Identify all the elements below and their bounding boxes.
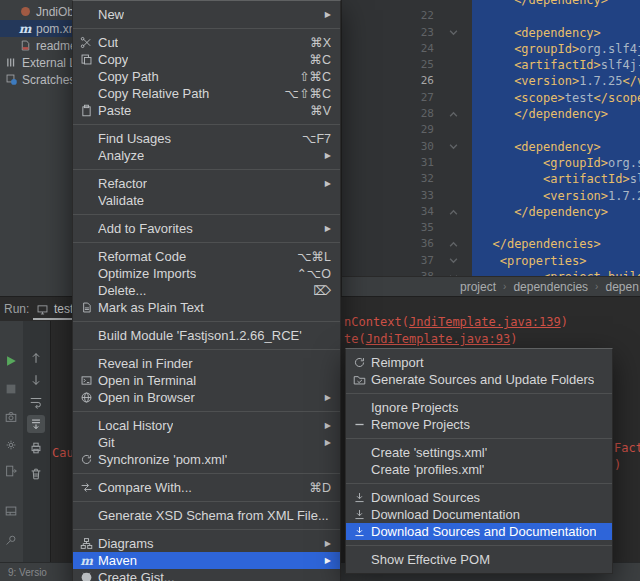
sync-icon [351,355,368,370]
menu-item-create-settings-xml[interactable]: Create 'settings.xml' [346,444,612,461]
exit-icon[interactable] [2,462,20,480]
menu-item-label: Reimport [371,355,424,370]
menu-item-refactor[interactable]: Refactor▶ [73,175,340,192]
sync-icon [78,452,95,467]
stack-trace-text: te( [344,332,366,346]
menu-item-build-module-fastjson1-2-66-rce[interactable]: Build Module 'Fastjson1.2.66_RCE' [73,327,340,344]
menu-item-new[interactable]: New▶ [73,6,340,23]
menu-item-reimport[interactable]: Reimport [346,354,612,371]
fold-gutter[interactable] [434,122,472,138]
fold-gutter[interactable] [434,0,472,8]
down-arrow-icon[interactable] [27,371,45,389]
fold-gutter[interactable] [434,8,472,24]
stack-trace-link[interactable]: JndiTemplate.java:139 [409,315,561,329]
run-tab-test[interactable]: test [54,302,73,316]
menu-item-label: Create 'settings.xml' [371,445,487,460]
empty-icon [351,400,368,415]
menu-item-optimize-imports[interactable]: Optimize Imports⌃⌥O [73,265,340,282]
soft-wrap-icon[interactable] [27,393,45,411]
code-line: 24 <groupId>org.slf4j</g [342,41,640,57]
paste-icon [78,103,95,118]
menu-item-cut[interactable]: Cut⌘X [73,34,340,51]
menu-item-maven[interactable]: mMaven▶ [73,552,340,569]
menu-item-find-usages[interactable]: Find Usages⌥F7 [73,130,340,147]
menu-item-mark-as-plain-text[interactable]: Mark as Plain Text [73,299,340,316]
menu-item-copy[interactable]: Copy⌘C [73,51,340,68]
menu-item-analyze[interactable]: Analyze▶ [73,147,340,164]
menu-item-compare-with[interactable]: Compare With...⌘D [73,479,340,496]
fold-gutter[interactable] [434,220,472,236]
gear-icon[interactable] [2,436,20,454]
pin-icon[interactable] [2,532,20,550]
fold-gutter[interactable] [434,155,472,171]
menu-item-reveal-in-finder[interactable]: Reveal in Finder [73,355,340,372]
fold-up-icon[interactable] [434,204,472,220]
fold-up-icon[interactable] [434,106,472,122]
menu-item-open-in-terminal[interactable]: Open in Terminal [73,372,340,389]
console-factory-fragment: Facto [614,441,640,455]
menu-item-synchronize-pom-xml[interactable]: Synchronize 'pom.xml' [73,451,340,468]
console-paren-fragment: ) [614,458,621,472]
menu-item-generate-sources-and-update-folders[interactable]: Generate Sources and Update Folders [346,371,612,388]
fold-down-icon[interactable] [434,139,472,155]
stop-icon[interactable] [2,380,20,398]
fold-gutter[interactable] [434,188,472,204]
breadcrumb-item-dependencies[interactable]: dependencies [513,280,588,294]
status-bar-text[interactable]: 9: Versio [8,567,47,578]
submenu-arrow-icon: ▶ [313,224,331,233]
breadcrumb-item-project[interactable]: project [460,280,496,294]
menu-item-label: Open in Terminal [98,373,196,388]
play-icon[interactable] [2,352,20,370]
fold-gutter[interactable] [434,41,472,57]
menu-separator [73,411,340,412]
menu-item-validate[interactable]: Validate [73,192,340,209]
code-line: 23 <dependency> [342,25,640,41]
breadcrumb-item-depen[interactable]: depen [605,280,638,294]
code-text: </dependency> [472,106,608,122]
menu-item-download-sources-and-documentation[interactable]: Download Sources and Documentation [346,523,612,540]
menu-item-shortcut: ⌃⌥O [284,266,331,281]
tree-item-label: External L [22,56,76,70]
breadcrumb-separator: › [503,281,506,292]
code-text: </dependency> [472,0,608,8]
menu-item-show-effective-pom[interactable]: Show Effective POM [346,551,612,568]
menu-item-label: Generate XSD Schema from XML File... [98,508,329,523]
fold-gutter[interactable] [434,90,472,106]
menu-item-paste[interactable]: Paste⌘V [73,102,340,119]
print-icon[interactable] [27,439,45,457]
fold-down-icon[interactable] [434,253,472,269]
fold-down-icon[interactable] [434,25,472,41]
menu-item-create-gist[interactable]: Create Gist... [73,569,340,581]
menu-item-delete[interactable]: Delete...⌦ [73,282,340,299]
menu-item-generate-xsd-schema-from-xml-file[interactable]: Generate XSD Schema from XML File... [73,507,340,524]
fold-up-icon[interactable] [434,236,472,252]
menu-item-local-history[interactable]: Local History▶ [73,417,340,434]
menu-item-reformat-code[interactable]: Reformat Code⌥⌘L [73,248,340,265]
up-arrow-icon[interactable] [27,349,45,367]
fold-gutter[interactable] [434,171,472,187]
fold-gutter[interactable] [434,73,472,89]
scroll-to-end-icon[interactable] [27,415,45,433]
trash-icon[interactable] [27,465,45,483]
menu-item-ignore-projects[interactable]: Ignore Projects [346,399,612,416]
menu-item-open-in-browser[interactable]: Open in Browser▶ [73,389,340,406]
menu-item-copy-relative-path[interactable]: Copy Relative Path⌥⇧⌘C [73,85,340,102]
menu-item-copy-path[interactable]: Copy Path⇧⌘C [73,68,340,85]
camera-icon[interactable] [2,408,20,426]
editor-pane[interactable]: </dependency>2223 <dependency>24 <groupI… [341,0,640,276]
fold-down-icon[interactable] [434,269,472,276]
menu-item-git[interactable]: Git▶ [73,434,340,451]
menu-item-shortcut: ⌥⌘L [285,249,331,264]
empty-icon [78,418,95,433]
menu-item-create-profiles-xml[interactable]: Create 'profiles.xml' [346,461,612,478]
fold-gutter[interactable] [434,57,472,73]
menu-item-diagrams[interactable]: Diagrams▶ [73,535,340,552]
menu-item-add-to-favorites[interactable]: Add to Favorites▶ [73,220,340,237]
menu-item-download-documentation[interactable]: Download Documentation [346,506,612,523]
menu-item-label: Ignore Projects [371,400,458,415]
layout-icon[interactable] [2,502,20,520]
maven-submenu: ReimportGenerate Sources and Update Fold… [345,348,613,574]
menu-item-download-sources[interactable]: Download Sources [346,489,612,506]
menu-item-remove-projects[interactable]: Remove Projects [346,416,612,433]
stack-trace-link[interactable]: JndiTemplate.java:93 [366,332,511,346]
